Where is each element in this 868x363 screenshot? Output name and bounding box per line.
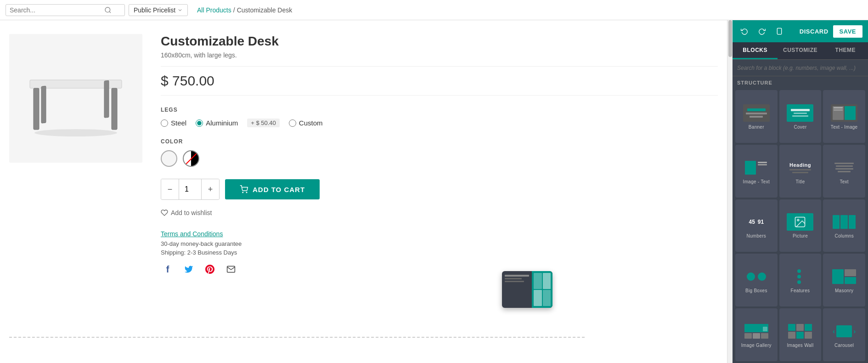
blocks-search[interactable] [733, 60, 868, 76]
legs-custom-label: Custom [299, 119, 323, 127]
redo-icon [758, 28, 766, 35]
no-color-line [185, 153, 197, 165]
color-white[interactable] [161, 150, 177, 167]
email-icon[interactable] [224, 262, 238, 276]
undo-button[interactable] [738, 25, 751, 38]
panel-topbar: DISCARD SAVE [733, 20, 868, 42]
block-features[interactable]: Features [779, 254, 822, 306]
tab-customize[interactable]: CUSTOMIZE [778, 42, 823, 59]
legs-aluminium-label: Aluminium [206, 119, 238, 127]
floating-block-preview [502, 271, 552, 308]
redo-button[interactable] [755, 25, 768, 38]
svg-point-13 [798, 220, 800, 221]
block-carousel[interactable]: ‹ › Carousel [823, 308, 865, 361]
product-subtitle: 160x80cm, with large legs. [161, 51, 718, 59]
pinterest-icon[interactable] [203, 262, 217, 276]
add-to-cart-label: ADD TO CART [253, 186, 305, 193]
search-box[interactable] [6, 4, 125, 16]
legs-aluminium-radio[interactable] [196, 119, 203, 127]
color-blackwhite[interactable] [183, 150, 199, 167]
picture-icon [794, 216, 806, 228]
search-input[interactable] [10, 6, 101, 14]
guarantee-text: 30-day money-back guarantee [161, 240, 718, 247]
block-picture-label: Picture [793, 233, 808, 238]
right-panel: DISCARD SAVE BLOCKS CUSTOMIZE THEME Stru… [733, 20, 868, 363]
carousel-left-icon: ‹ [833, 328, 835, 335]
wishlist-link[interactable]: Add to wishlist [161, 209, 718, 216]
block-cover-label: Cover [794, 125, 806, 130]
shipping-text: Shipping: 2-3 Business Days [161, 249, 718, 256]
legs-custom-radio[interactable] [289, 119, 296, 127]
product-price: $ 750.00 [161, 66, 718, 96]
tab-blocks[interactable]: BLOCKS [733, 42, 778, 59]
panel-top-icons [738, 25, 786, 38]
chevron-down-icon [177, 7, 183, 13]
tab-theme[interactable]: THEME [823, 42, 868, 59]
scrollbar-thumb[interactable] [728, 20, 732, 57]
block-numbers[interactable]: 45 91 Numbers [735, 199, 778, 252]
topbar: Public Pricelist All Products / Customiz… [0, 0, 868, 20]
breadcrumb: All Products / Customizable Desk [197, 6, 292, 14]
qty-increase-button[interactable]: + [202, 179, 219, 199]
facebook-icon[interactable]: f [161, 262, 175, 276]
panel-tabs: BLOCKS CUSTOMIZE THEME [733, 42, 868, 60]
legs-steel-radio[interactable] [161, 119, 168, 127]
product-image [9, 34, 142, 163]
block-image-text[interactable]: Image - Text [735, 145, 778, 198]
breadcrumb-link[interactable]: All Products [197, 6, 231, 14]
svg-point-8 [242, 192, 243, 193]
block-masonry-label: Masonry [835, 288, 853, 293]
block-columns[interactable]: Columns [823, 199, 865, 252]
scrollbar-track[interactable] [727, 20, 733, 363]
block-picture[interactable]: Picture [779, 199, 822, 252]
legs-label: LEGS [161, 107, 718, 113]
page-body: Customizable Desk 160x80cm, with large l… [0, 20, 868, 363]
qty-control: − 1 + [161, 179, 220, 200]
product-details: Customizable Desk 160x80cm, with large l… [161, 34, 718, 349]
block-features-label: Features [791, 288, 810, 293]
add-to-cart-button[interactable]: ADD TO CART [225, 179, 320, 199]
terms-link[interactable]: Terms and Conditions [161, 230, 718, 238]
color-swatches [161, 150, 718, 167]
svg-rect-5 [41, 86, 46, 123]
block-text-image[interactable]: Text - Image [823, 90, 865, 143]
blocks-grid: Banner Cover [733, 88, 868, 363]
block-masonry[interactable]: Masonry [823, 254, 865, 306]
heart-icon [161, 209, 168, 216]
block-carousel-label: Carousel [834, 343, 854, 348]
legs-custom[interactable]: Custom [289, 119, 323, 127]
block-cover[interactable]: Cover [779, 90, 822, 143]
block-banner[interactable]: Banner [735, 90, 778, 143]
block-title[interactable]: Heading Title [779, 145, 822, 198]
wishlist-label: Add to wishlist [171, 209, 212, 216]
blocks-search-input[interactable] [737, 64, 863, 72]
svg-point-9 [246, 192, 247, 193]
desk-illustration [21, 48, 131, 149]
qty-input[interactable]: 1 [179, 179, 202, 199]
block-images-wall-label: Images Wall [787, 343, 814, 348]
block-text[interactable]: Text [823, 145, 865, 198]
legs-steel[interactable]: Steel [161, 119, 186, 127]
structure-label: Structure [733, 76, 868, 88]
undo-icon [741, 28, 748, 35]
cart-icon [240, 185, 248, 193]
block-images-wall[interactable]: Images Wall [779, 308, 822, 361]
block-image-gallery[interactable]: Image Gallery [735, 308, 778, 361]
save-button[interactable]: SAVE [833, 25, 862, 38]
product-title: Customizable Desk [161, 34, 718, 49]
svg-point-0 [105, 7, 110, 12]
pricelist-label: Public Pricelist [134, 6, 175, 14]
legs-options: Steel Aluminium + $ 50.40 Custom [161, 119, 718, 127]
block-image-text-label: Image - Text [743, 179, 770, 184]
color-label: COLOR [161, 138, 718, 145]
twitter-icon[interactable] [182, 262, 196, 276]
mobile-preview-button[interactable] [773, 25, 786, 38]
pricelist-selector[interactable]: Public Pricelist [129, 4, 188, 16]
qty-decrease-button[interactable]: − [161, 179, 179, 199]
legs-aluminium[interactable]: Aluminium [196, 119, 238, 127]
discard-button[interactable]: DISCARD [800, 28, 829, 35]
block-text-label: Text [840, 179, 849, 184]
block-banner-label: Banner [749, 125, 764, 130]
svg-rect-10 [777, 28, 781, 34]
block-big-boxes[interactable]: Big Boxes [735, 254, 778, 306]
